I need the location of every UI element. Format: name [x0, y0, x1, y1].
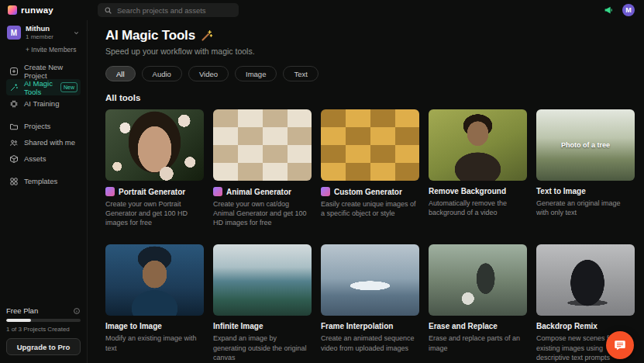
- tool-thumbnail: [105, 244, 204, 316]
- filter-pill-all[interactable]: All: [105, 66, 136, 81]
- plan-name: Free Plan: [6, 306, 38, 315]
- search-input[interactable]: [117, 6, 232, 15]
- tool-name: Portrait Generator: [119, 188, 185, 196]
- sidebar-item-label: Projects: [24, 122, 50, 130]
- tool-description: Automatically remove the background of a…: [429, 199, 527, 217]
- tool-card-remove-background[interactable]: Remove Background Automatically remove t…: [429, 109, 527, 227]
- generator-badge-icon: [213, 187, 222, 196]
- folder-icon: [9, 122, 19, 131]
- new-badge: New: [60, 82, 77, 92]
- plan-usage-text: 1 of 3 Projects Created: [6, 326, 81, 333]
- tool-name: Erase and Replace: [429, 322, 498, 330]
- tool-thumbnail: [321, 109, 419, 181]
- filter-pills: All Audio Video Image Text: [105, 66, 635, 81]
- page-subtitle: Speed up your workflow with magic tools.: [105, 47, 635, 56]
- search-bar: [98, 3, 239, 17]
- tool-name: Frame Interpolation: [321, 322, 393, 330]
- tool-card-frame-interpolation[interactable]: Frame Interpolation Create an animated s…: [321, 244, 419, 361]
- tool-card-erase-and-replace[interactable]: Erase and Replace Erase and replace part…: [429, 244, 527, 361]
- sidebar-item-templates[interactable]: Templates: [6, 173, 81, 189]
- sidebar-item-label: Assets: [24, 154, 46, 163]
- info-icon: [73, 307, 81, 315]
- invite-members-link[interactable]: + Invite Members: [6, 43, 81, 58]
- chevron-down-icon: [73, 29, 80, 36]
- tool-thumbnail: [429, 109, 527, 181]
- sidebar-item-shared-with-me[interactable]: Shared with me: [6, 134, 81, 150]
- plus-square-icon: [9, 67, 19, 76]
- magic-wand-emoji-icon: [201, 29, 213, 42]
- workspace-name: Mithun: [26, 25, 53, 33]
- tool-description: Expand an image by generating outside th…: [213, 334, 312, 361]
- runway-logo[interactable]: runway: [8, 5, 88, 15]
- ai-training-icon: [9, 99, 19, 109]
- upgrade-to-pro-button[interactable]: Upgrade to Pro: [6, 338, 81, 355]
- user-avatar[interactable]: M: [622, 4, 635, 16]
- runway-logo-icon: [8, 5, 17, 15]
- tool-card-infinite-image[interactable]: Infinite Image Expand an image by genera…: [213, 244, 312, 361]
- section-title: All tools: [105, 93, 635, 102]
- filter-pill-image[interactable]: Image: [235, 66, 277, 81]
- sidebar-item-label: Create New Project: [24, 63, 77, 80]
- filter-pill-audio[interactable]: Audio: [142, 66, 182, 81]
- tool-thumbnail: [105, 109, 204, 181]
- tool-name: Infinite Image: [213, 322, 263, 330]
- people-icon: [9, 138, 19, 147]
- sidebar-item-ai-training[interactable]: AI Training: [6, 95, 81, 112]
- tool-card-portrait-generator[interactable]: Portrait Generator Create your own Portr…: [105, 109, 204, 227]
- grid-icon: [9, 177, 19, 186]
- tool-description: Modify an existing image with text: [105, 334, 204, 352]
- filter-pill-video[interactable]: Video: [188, 66, 229, 81]
- chat-bubble-icon: [613, 338, 627, 352]
- tool-card-custom-generator[interactable]: Custom Generator Easily create unique im…: [321, 109, 419, 227]
- generator-badge-icon: [321, 187, 330, 196]
- sidebar-item-projects[interactable]: Projects: [6, 118, 81, 134]
- filter-pill-text[interactable]: Text: [283, 66, 318, 81]
- tool-thumbnail: [213, 244, 312, 316]
- runway-app: runway M M Mithun 1 member: [0, 0, 644, 363]
- tool-card-animal-generator[interactable]: Animal Generator Create your own cat/dog…: [213, 109, 312, 227]
- tool-description: Create your own Portrait Generator and g…: [105, 199, 204, 227]
- tool-name: Remove Background: [429, 187, 506, 195]
- workspace-meta: Mithun 1 member: [26, 25, 53, 40]
- sidebar-item-label: Shared with me: [24, 138, 75, 147]
- tool-name: Image to Image: [105, 322, 162, 330]
- tool-name: Backdrop Remix: [536, 322, 598, 330]
- sidebar: M Mithun 1 member + Invite Members Creat…: [0, 20, 88, 363]
- sidebar-item-label: AI Training: [24, 99, 59, 108]
- tools-grid: Portrait Generator Create your own Portr…: [105, 109, 635, 362]
- sidebar-item-assets[interactable]: Assets: [6, 150, 81, 167]
- tool-description: Create an animated sequence video from u…: [321, 334, 419, 352]
- tool-thumbnail: [213, 109, 312, 181]
- tool-name: Custom Generator: [334, 188, 402, 196]
- tool-thumbnail: Photo of a tree: [536, 109, 635, 181]
- tool-thumbnail: [536, 244, 635, 316]
- box-icon: [9, 154, 19, 164]
- tool-description: Generate an original image with only tex…: [536, 199, 635, 217]
- topbar: runway M: [0, 0, 644, 20]
- plan-panel: Free Plan 1 of 3 Projects Created Upgrad…: [6, 306, 81, 355]
- plan-progress-fill: [6, 319, 31, 322]
- sidebar-item-create-new-project[interactable]: Create New Project: [6, 63, 81, 79]
- tool-thumbnail: [321, 244, 419, 316]
- tool-name: Animal Generator: [226, 188, 291, 196]
- support-chat-button[interactable]: [606, 331, 634, 359]
- sidebar-item-ai-magic-tools[interactable]: AI Magic Tools New: [6, 79, 81, 95]
- sidebar-item-label: AI Magic Tools: [24, 79, 55, 96]
- tool-description: Create your own cat/dog Animal Generator…: [213, 199, 312, 227]
- workspace-switcher[interactable]: M Mithun 1 member: [6, 22, 81, 43]
- tool-thumbnail: [429, 244, 527, 316]
- workspace-avatar: M: [7, 26, 21, 40]
- tool-name: Text to Image: [536, 187, 586, 195]
- page-title: AI Magic Tools: [105, 28, 195, 43]
- magic-wand-icon: [9, 83, 19, 92]
- tool-card-image-to-image[interactable]: Image to Image Modify an existing image …: [105, 244, 204, 361]
- tool-card-text-to-image[interactable]: Photo of a tree Text to Image Generate a…: [536, 109, 635, 227]
- announcements-icon[interactable]: [603, 5, 614, 16]
- workspace-members: 1 member: [26, 33, 53, 40]
- sidebar-nav: Create New Project AI Magic Tools New AI…: [6, 63, 81, 189]
- topbar-right: M: [603, 4, 635, 16]
- plan-progress-bar: [6, 319, 81, 322]
- search-icon: [104, 6, 112, 15]
- thumbnail-caption: Photo of a tree: [536, 109, 635, 181]
- sidebar-item-label: Templates: [24, 177, 57, 185]
